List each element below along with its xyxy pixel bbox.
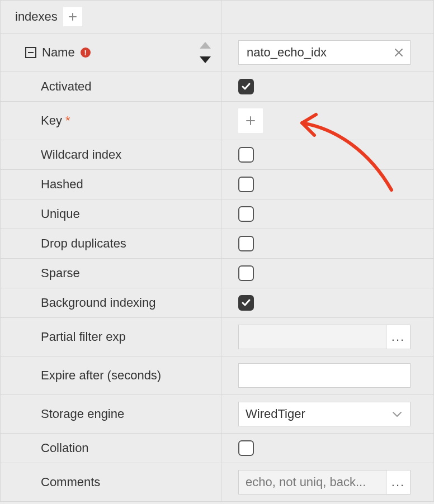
sort-asc-icon[interactable]: [200, 42, 211, 49]
key-label: Key: [41, 113, 62, 128]
plus-icon: [246, 116, 256, 126]
collation-row: Collation: [0, 434, 434, 463]
name-label: Name: [42, 45, 75, 60]
wildcard-row: Wildcard index: [0, 140, 434, 170]
clear-name-button[interactable]: [394, 47, 404, 58]
sparse-row: Sparse: [0, 259, 434, 288]
dropdup-checkbox[interactable]: [238, 236, 254, 251]
add-index-button[interactable]: [63, 7, 82, 26]
expire-after-input[interactable]: [238, 363, 411, 388]
expire-after-label: Expire after (seconds): [41, 368, 161, 383]
comments-value: echo, not uniq, back...: [238, 470, 386, 495]
name-row: Name !: [0, 34, 434, 72]
check-icon: [241, 82, 251, 92]
sparse-checkbox[interactable]: [238, 265, 254, 281]
wildcard-label: Wildcard index: [41, 148, 121, 162]
chevron-down-icon: [392, 407, 402, 421]
key-row: Key *: [0, 102, 434, 140]
collation-label: Collation: [41, 441, 89, 455]
section-header-row: indexes: [0, 0, 434, 34]
partial-filter-value: [238, 325, 386, 349]
comments-more-button[interactable]: ...: [386, 470, 411, 495]
unique-checkbox[interactable]: [238, 206, 254, 222]
storage-engine-value: WiredTiger: [246, 407, 403, 421]
activated-label: Activated: [41, 79, 92, 94]
properties-panel: indexes Name ! Activ: [0, 0, 434, 504]
hashed-row: Hashed: [0, 170, 434, 199]
background-checkbox[interactable]: [238, 295, 254, 311]
comments-field: echo, not uniq, back... ...: [238, 470, 411, 495]
unique-row: Unique: [0, 199, 434, 229]
sparse-label: Sparse: [41, 266, 80, 280]
section-header-title: indexes: [15, 9, 58, 24]
background-row: Background indexing: [0, 288, 434, 318]
wildcard-checkbox[interactable]: [238, 147, 254, 163]
add-key-button[interactable]: [238, 108, 263, 133]
activated-checkbox[interactable]: [238, 79, 254, 94]
validation-error-icon: !: [81, 47, 91, 58]
required-asterisk-icon: *: [65, 113, 70, 128]
expire-after-row: Expire after (seconds): [0, 356, 434, 395]
dropdup-label: Drop duplicates: [41, 236, 126, 251]
dropdup-row: Drop duplicates: [0, 229, 434, 259]
collapse-toggle[interactable]: [25, 47, 36, 58]
name-input[interactable]: [238, 40, 411, 65]
partial-filter-label: Partial filter exp: [41, 330, 126, 344]
storage-engine-label: Storage engine: [41, 407, 124, 421]
partial-filter-more-button[interactable]: ...: [386, 325, 411, 349]
sort-desc-icon[interactable]: [200, 56, 211, 63]
storage-engine-select[interactable]: WiredTiger: [238, 402, 411, 426]
sort-arrows: [200, 42, 211, 63]
collation-checkbox[interactable]: [238, 440, 254, 456]
hashed-label: Hashed: [41, 177, 83, 192]
plus-icon: [68, 12, 77, 21]
partial-filter-field: ...: [238, 325, 411, 349]
partial-filter-row: Partial filter exp ...: [0, 318, 434, 356]
close-icon: [394, 47, 404, 58]
comments-label: Comments: [41, 475, 100, 489]
storage-engine-row: Storage engine WiredTiger: [0, 395, 434, 434]
background-label: Background indexing: [41, 296, 155, 310]
check-icon: [241, 298, 251, 308]
activated-row: Activated: [0, 72, 434, 102]
minus-icon: [28, 52, 34, 53]
hashed-checkbox[interactable]: [238, 177, 254, 192]
unique-label: Unique: [41, 207, 80, 221]
comments-row: Comments echo, not uniq, back... ...: [0, 463, 434, 502]
